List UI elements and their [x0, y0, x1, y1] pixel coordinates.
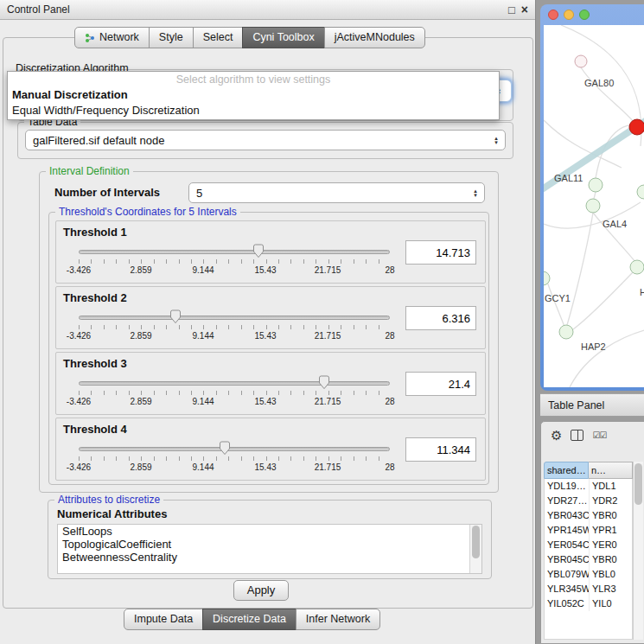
table-row[interactable]: YIL052C YIL0 [545, 596, 632, 611]
table-cell[interactable]: YPR145W [545, 523, 590, 538]
slider-track[interactable] [79, 381, 390, 386]
list-item[interactable]: SelfLoops [58, 525, 481, 538]
threshold-3-value-field[interactable] [405, 372, 476, 396]
float-window-icon[interactable]: □ [508, 4, 515, 16]
scrollbar-thumb[interactable] [634, 463, 642, 505]
node-gal11[interactable] [589, 178, 603, 192]
table-cell[interactable]: YER0 [590, 538, 632, 552]
network-icon [85, 33, 95, 43]
node-gal80[interactable] [575, 55, 587, 67]
table-cell[interactable]: YER054C [545, 538, 590, 552]
slider-track[interactable] [79, 316, 390, 320]
apply-button[interactable]: Apply [233, 580, 289, 601]
slider-track[interactable] [79, 250, 390, 254]
tab-infer-network[interactable]: Infer Network [296, 609, 380, 630]
node-gcy1[interactable] [544, 271, 550, 285]
threshold-1-label: Threshold 1 [63, 226, 127, 239]
columns-icon[interactable] [571, 430, 583, 441]
tick-label: 28 [385, 462, 394, 472]
table-panel-title: Table Panel [548, 399, 604, 411]
tab-discretize-data[interactable]: Discretize Data [202, 609, 296, 630]
slider-thumb[interactable] [318, 375, 331, 392]
table-cell[interactable]: YLR345W [545, 582, 590, 596]
popup-option-equal-width[interactable]: Equal Width/Frequency Discretization [8, 103, 499, 118]
table-cell[interactable]: YBL079W [545, 567, 590, 582]
close-traffic-light[interactable] [548, 10, 558, 20]
tab-select[interactable]: Select [193, 27, 244, 48]
table-cell[interactable]: YBR043C [545, 508, 590, 523]
table-cell[interactable]: YBR0 [590, 508, 632, 523]
slider-track[interactable] [79, 447, 390, 451]
attributes-list[interactable]: SelfLoops TopologicalCoefficient Between… [57, 524, 482, 574]
threshold-4-slider[interactable]: -3.426 2.859 9.144 15.43 21.715 28 [79, 439, 390, 477]
select-columns-icon[interactable]: ☑☑ [592, 430, 606, 440]
table-cell[interactable]: YIL052C [545, 596, 590, 611]
table-data-combobox[interactable]: galFiltered.sif default node ▴▾ [25, 130, 506, 150]
table-row[interactable]: YBR045C YBR0 [545, 552, 632, 567]
attributes-group-title: Attributes to discretize [54, 494, 163, 506]
threshold-1-slider[interactable]: -3.426 2.859 9.144 15.43 21.715 28 [79, 242, 390, 280]
table-body: YDL19… YDL1 YDR27… YDR2 YBR043C YBR0 YPR… [544, 479, 633, 640]
table-row[interactable]: YBR043C YBR0 [545, 508, 632, 523]
tick-label: 9.144 [192, 265, 214, 275]
list-item[interactable]: BetweennessCentrality [58, 551, 481, 564]
popup-placeholder-item[interactable]: Select algorithm to view settings [8, 72, 499, 87]
node-selected-red[interactable] [629, 119, 644, 135]
table-cell[interactable]: YDL1 [590, 479, 632, 494]
table-row[interactable]: YLR345W YLR3 [545, 582, 632, 596]
node-gal4[interactable] [586, 199, 600, 213]
node-label: GAL11 [554, 173, 583, 183]
attributes-list-scrollbar[interactable] [469, 525, 481, 573]
list-item[interactable]: TopologicalCoefficient [58, 538, 481, 551]
table-scrollbar[interactable] [633, 462, 643, 640]
table-cell[interactable]: YLR3 [590, 582, 632, 596]
slider-thumb[interactable] [252, 244, 265, 261]
table-cell[interactable]: YDR27… [545, 494, 590, 508]
network-canvas[interactable]: GAL80 GAL11 GAL4 GCY1 HAP2 H [544, 25, 644, 387]
tick-label: 21.715 [315, 265, 341, 275]
number-of-intervals-value: 5 [189, 187, 469, 200]
table-cell[interactable]: YIL0 [590, 596, 632, 611]
node-right-lower[interactable] [630, 260, 644, 274]
table-row[interactable]: YPR145W YPR1 [545, 523, 632, 538]
attributes-to-discretize-group: Attributes to discretize Numerical Attri… [48, 500, 492, 579]
table-row[interactable]: YDR27… YDR2 [545, 494, 632, 508]
threshold-1-value-field[interactable] [405, 240, 476, 265]
table-cell[interactable]: YDR2 [590, 494, 632, 508]
tab-jactivemnodules[interactable]: jActiveMNodules [324, 27, 425, 48]
tab-impute-data[interactable]: Impute Data [124, 609, 203, 630]
close-icon[interactable]: × [521, 4, 528, 16]
gear-icon[interactable]: ⚙ [551, 429, 562, 442]
column-header-name[interactable]: n… [589, 462, 633, 479]
slider-thumb[interactable] [219, 441, 232, 458]
node-edge-right[interactable] [637, 185, 644, 199]
number-of-intervals-combobox[interactable]: 5 ▴▾ [188, 182, 485, 203]
tick-label: 21.715 [315, 462, 341, 472]
tab-network[interactable]: Network [74, 27, 150, 48]
node-hap2[interactable] [559, 325, 573, 339]
threshold-3-slider[interactable]: -3.426 2.859 9.144 15.43 21.715 28 [79, 373, 390, 411]
threshold-2-value-field[interactable] [405, 306, 476, 330]
table-panel-titlebar[interactable]: Table Panel [540, 393, 644, 417]
slider-thumb[interactable] [169, 309, 182, 327]
tab-cyni-toolbox[interactable]: Cyni Toolbox [242, 27, 324, 48]
table-cell[interactable]: YBL0 [590, 567, 632, 582]
table-row[interactable]: YBL079W YBL0 [545, 567, 632, 582]
column-header-shared-name[interactable]: shared… [544, 462, 589, 479]
minimize-traffic-light[interactable] [564, 10, 574, 20]
table-cell[interactable]: YBR0 [590, 552, 632, 567]
threshold-4-value-field[interactable] [405, 437, 476, 462]
table-cell[interactable]: YPR1 [590, 523, 632, 538]
zoom-traffic-light[interactable] [579, 10, 590, 20]
table-row[interactable]: YER054C YER0 [545, 538, 632, 552]
table-row[interactable]: YDL19… YDL1 [545, 479, 632, 494]
table-cell[interactable]: YBR045C [545, 552, 590, 567]
table-cell[interactable]: YDL19… [545, 479, 590, 494]
threshold-2-slider[interactable]: -3.426 2.859 9.144 15.43 21.715 28 [79, 308, 390, 346]
combo-stepper-icon: ▴▾ [469, 188, 481, 197]
tab-style[interactable]: Style [149, 27, 194, 48]
popup-option-manual-discretization[interactable]: Manual Discretization [8, 87, 499, 103]
scrollbar-thumb[interactable] [472, 526, 480, 558]
tick-label: -3.426 [67, 331, 91, 341]
node-label: GAL80 [584, 78, 614, 88]
